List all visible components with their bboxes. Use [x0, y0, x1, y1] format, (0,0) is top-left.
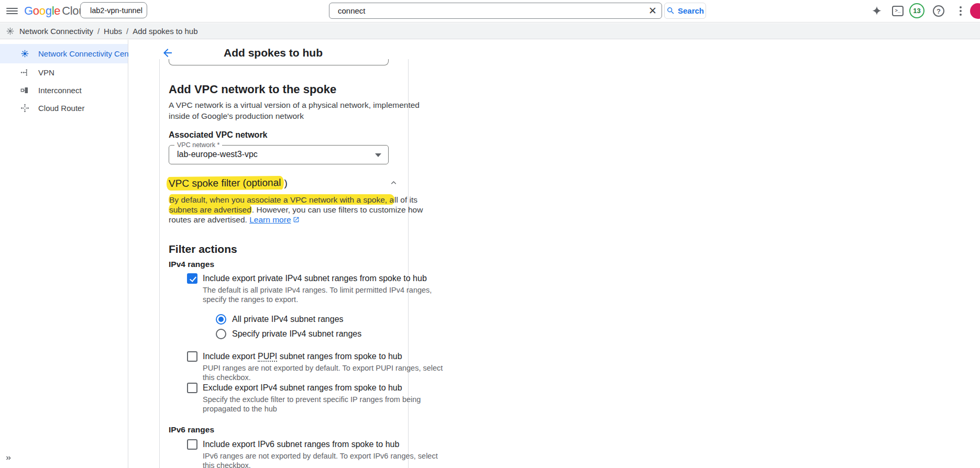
notification-count: 13: [913, 7, 920, 15]
radio-specify-private-ipv4[interactable]: Specify private IPv4 subnet ranges: [216, 328, 404, 340]
radio-all-private-ipv4[interactable]: All private IPv4 subnet ranges: [216, 313, 404, 326]
checkbox[interactable]: [187, 351, 197, 362]
add-vpc-description: A VPC network is a virtual version of a …: [169, 99, 404, 121]
highlight-mark: subnets are advertised: [169, 204, 252, 215]
chevron-down-icon: [375, 153, 381, 157]
vpc-network-field-label: VPC network *: [174, 141, 222, 149]
sidebar-item-interconnect[interactable]: Interconnect: [0, 81, 128, 99]
checkbox-exclude-ipv4[interactable]: Exclude export IPv4 subnet ranges from s…: [187, 383, 404, 393]
ipv4-radio-group: All private IPv4 subnet ranges Specify p…: [216, 313, 404, 340]
highlight-mark: VPC spoke filter (optional: [167, 176, 284, 191]
gcp-console: GoogleCloud lab2-vpn-tunnel ✕ Search >_ …: [0, 0, 980, 468]
spoke-filter-heading: VPC spoke filter (optional): [169, 176, 401, 190]
breadcrumb: Network Connectivity / Hubs / Add spokes…: [0, 23, 980, 39]
project-selector[interactable]: lab2-vpn-tunnel: [80, 2, 147, 18]
collapse-nav-icon[interactable]: [4, 453, 14, 465]
checkbox[interactable]: [187, 383, 197, 393]
sidebar-item-label: Network Connectivity Cent...: [38, 49, 137, 58]
search-box: ✕: [329, 3, 662, 19]
search-icon: [666, 6, 675, 15]
learn-more-link[interactable]: Learn more: [249, 215, 291, 224]
vpc-network-field-value: lab-europe-west3-vpc: [177, 150, 258, 159]
search-button-label: Search: [678, 6, 704, 15]
form-pane-right-border: [408, 59, 409, 468]
network-connectivity-icon: [5, 26, 15, 36]
external-link-icon: [293, 215, 300, 225]
help-icon[interactable]: ?: [932, 4, 945, 18]
checkbox[interactable]: [187, 273, 197, 284]
checkbox-include-ipv6[interactable]: Include export IPv6 subnet ranges from s…: [187, 439, 404, 450]
highlight-mark: By default, when you associate a VPC net…: [169, 194, 394, 205]
sidebar-item-label: Interconnect: [38, 86, 82, 95]
sidebar-item-vpn[interactable]: VPN: [0, 63, 128, 81]
breadcrumb-network-connectivity[interactable]: Network Connectivity: [19, 27, 93, 36]
top-bar: GoogleCloud lab2-vpn-tunnel ✕ Search >_ …: [0, 0, 980, 23]
notifications-badge[interactable]: 13: [909, 3, 924, 18]
back-arrow-icon[interactable]: [161, 47, 175, 60]
close-icon[interactable]: ✕: [644, 3, 662, 18]
checkbox-include-pupi[interactable]: Include export PUPI subnet ranges from s…: [187, 351, 404, 362]
breadcrumb-hubs[interactable]: Hubs: [104, 27, 122, 36]
include-ipv6-helper: IPv6 ranges are not exported by default.…: [203, 451, 404, 468]
breadcrumb-separator: /: [97, 27, 100, 36]
search-button[interactable]: Search: [664, 3, 706, 19]
checkbox-include-private-ipv4[interactable]: Include export private IPv4 subnet range…: [187, 273, 404, 284]
interconnect-icon: [20, 85, 30, 95]
project-name: lab2-vpn-tunnel: [90, 6, 142, 15]
section-heading-add-vpc: Add VPC network to the spoke: [169, 83, 404, 96]
filter-actions-heading: Filter actions: [169, 242, 404, 255]
breadcrumb-separator: /: [126, 27, 128, 36]
gemini-sparkle-icon[interactable]: [870, 4, 884, 18]
hub-spoke-icon: [20, 49, 30, 59]
vpn-icon: [20, 68, 30, 77]
chevron-up-icon[interactable]: [389, 177, 398, 190]
vpc-network-select[interactable]: VPC network * lab-europe-west3-vpc: [169, 145, 389, 164]
sidebar-item-label: Cloud Router: [38, 104, 84, 113]
include-pupi-helper: PUPI ranges are not exported by default.…: [203, 363, 404, 382]
user-avatar[interactable]: [970, 3, 980, 19]
ipv4-ranges-label: IPv4 ranges: [169, 259, 404, 269]
exclude-ipv4-helper: Specify the exclude filter to prevent sp…: [203, 395, 404, 414]
ipv6-ranges-label: IPv6 ranges: [169, 425, 404, 434]
main-content: Add spokes to hub Add VPC network to the…: [129, 40, 980, 468]
sidebar: Network Connectivity Cent... VPN Interco…: [0, 40, 128, 468]
add-spoke-form: Add VPC network to the spoke A VPC netwo…: [169, 59, 404, 468]
radio-button[interactable]: [216, 329, 226, 339]
sidebar-item-network-connectivity-center[interactable]: Network Connectivity Cent...: [0, 44, 128, 63]
cloud-shell-icon[interactable]: >_: [891, 4, 905, 18]
breadcrumb-add-spokes: Add spokes to hub: [133, 27, 197, 36]
cloud-router-icon: [20, 103, 30, 113]
form-pane-left-border: [159, 59, 160, 468]
checkbox[interactable]: [187, 439, 197, 450]
radio-button[interactable]: [216, 314, 226, 325]
kebab-menu-icon[interactable]: [954, 4, 967, 18]
pupi-abbreviation[interactable]: PUPI: [258, 352, 277, 362]
sidebar-item-cloud-router[interactable]: Cloud Router: [0, 99, 128, 117]
spoke-name-field-cutoff[interactable]: [169, 59, 389, 65]
include-private-helper: The default is all private IPv4 ranges. …: [203, 285, 404, 304]
spoke-filter-description: By default, when you associate a VPC net…: [169, 195, 404, 225]
menu-icon[interactable]: [6, 6, 18, 16]
associated-vpc-label: Associated VPC network: [169, 130, 404, 140]
page-title: Add spokes to hub: [224, 47, 323, 59]
sidebar-item-label: VPN: [38, 68, 54, 77]
search-input[interactable]: [329, 6, 644, 15]
